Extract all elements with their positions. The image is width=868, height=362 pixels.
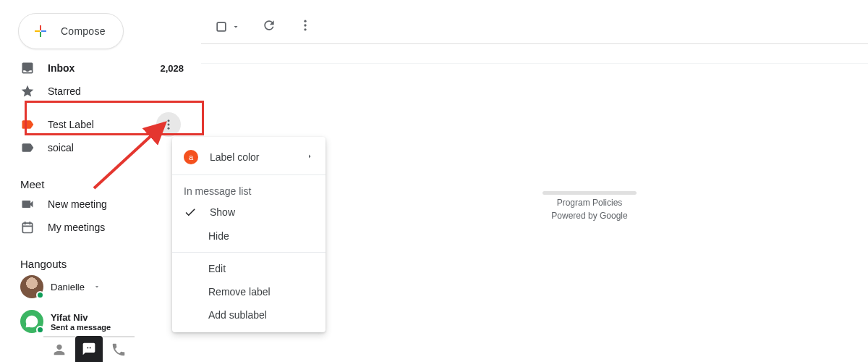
plus-icon xyxy=(32,22,49,40)
sidebar-item-inbox[interactable]: Inbox 2,028 xyxy=(0,56,203,80)
svg-point-6 xyxy=(304,20,306,22)
svg-point-8 xyxy=(304,28,306,30)
hangouts-bottom-bar xyxy=(43,336,135,362)
menu-remove-label[interactable]: Remove label xyxy=(172,280,326,303)
hangouts-name: Yifat Niv xyxy=(51,312,111,323)
sidebar-item-label: Starred xyxy=(48,85,194,97)
content-divider xyxy=(201,63,868,64)
label-icon xyxy=(20,140,35,155)
inbox-icon xyxy=(20,61,35,75)
select-checkbox[interactable] xyxy=(214,20,240,34)
hangouts-sub: Sent a message xyxy=(51,323,111,332)
toolbar xyxy=(214,18,312,35)
menu-item-label: Show xyxy=(210,206,235,218)
menu-label-color[interactable]: a Label color xyxy=(172,144,326,170)
menu-divider xyxy=(172,174,326,175)
menu-item-label: Edit xyxy=(208,263,226,274)
compose-label: Compose xyxy=(61,25,106,37)
label-icon xyxy=(20,117,35,132)
sidebar-item-label: Inbox xyxy=(48,62,160,74)
color-swatch-icon: a xyxy=(184,150,198,164)
footer-policies[interactable]: Program Policies xyxy=(326,198,854,208)
svg-rect-5 xyxy=(217,22,226,31)
refresh-button[interactable] xyxy=(262,18,276,35)
menu-item-label: Hide xyxy=(208,230,229,242)
calendar-icon xyxy=(20,220,35,235)
menu-item-label: Label color xyxy=(210,151,260,163)
svg-rect-3 xyxy=(22,223,32,232)
label-more-button[interactable] xyxy=(156,112,181,137)
svg-point-7 xyxy=(304,24,306,26)
hangouts-phone-tab[interactable] xyxy=(103,336,135,362)
menu-add-sublabel[interactable]: Add sublabel xyxy=(172,303,326,327)
star-icon xyxy=(20,84,35,98)
menu-divider xyxy=(172,252,326,253)
hangouts-name: Danielle xyxy=(51,282,85,292)
menu-hide[interactable]: Hide xyxy=(172,224,326,248)
more-button[interactable] xyxy=(298,18,312,35)
svg-point-2 xyxy=(168,127,170,130)
hangouts-contacts-tab[interactable] xyxy=(43,336,75,362)
sidebar-item-starred[interactable]: Starred xyxy=(0,80,203,103)
footer: Program Policies Powered by Google xyxy=(326,191,854,224)
menu-show[interactable]: Show xyxy=(172,200,326,224)
compose-button[interactable]: Compose xyxy=(18,13,124,49)
chevron-right-icon xyxy=(305,151,314,163)
menu-item-label: Remove label xyxy=(208,286,271,298)
svg-point-1 xyxy=(168,124,170,126)
menu-edit[interactable]: Edit xyxy=(172,257,326,280)
chevron-down-icon xyxy=(231,22,240,31)
sidebar-item-label: Test Label xyxy=(48,119,156,130)
video-icon xyxy=(20,197,35,211)
presence-dot xyxy=(36,291,44,299)
sidebar-item-test-label[interactable]: Test Label xyxy=(0,113,203,136)
footer-powered: Powered by Google xyxy=(326,211,854,221)
avatar xyxy=(20,310,43,333)
label-context-menu: a Label color In message list Show Hide … xyxy=(172,137,326,332)
menu-item-label: Add sublabel xyxy=(208,309,267,321)
chevron-down-icon xyxy=(93,280,101,293)
loading-bar xyxy=(542,191,637,195)
menu-section-header: In message list xyxy=(172,180,326,200)
presence-dot xyxy=(36,326,44,334)
sidebar-item-count: 2,028 xyxy=(160,63,184,74)
check-icon xyxy=(184,206,198,219)
toolbar-divider xyxy=(201,43,868,44)
avatar xyxy=(20,275,43,298)
svg-point-0 xyxy=(168,119,170,122)
hangouts-chat-tab[interactable] xyxy=(75,336,103,362)
